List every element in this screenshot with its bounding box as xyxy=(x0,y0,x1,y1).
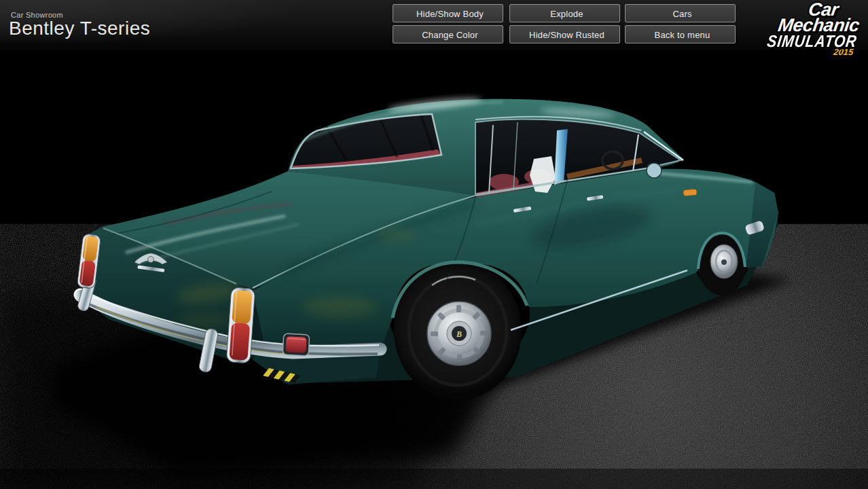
rear-wheel: B xyxy=(394,261,522,400)
wheel-badge-b: B xyxy=(456,329,462,339)
back-to-menu-button[interactable]: Back to menu xyxy=(625,25,736,43)
change-color-button[interactable]: Change Color xyxy=(393,25,503,43)
explode-button[interactable]: Explode xyxy=(509,4,620,22)
front-side-marker xyxy=(683,189,698,196)
game-window: B xyxy=(0,0,868,489)
showroom-viewport[interactable]: B xyxy=(0,0,868,489)
page-title: Bentley T-series xyxy=(9,18,150,39)
cars-button[interactable]: Cars xyxy=(625,4,736,22)
hide-show-rusted-button[interactable]: Hide/Show Rusted xyxy=(509,25,620,43)
side-reflector xyxy=(283,333,310,356)
top-bar: Car Showroom Bentley T-series Hide/Show … xyxy=(0,0,868,50)
hide-show-body-button[interactable]: Hide/Show Body xyxy=(393,4,503,22)
side-mirror xyxy=(647,163,662,178)
tail-light-right xyxy=(226,287,255,363)
